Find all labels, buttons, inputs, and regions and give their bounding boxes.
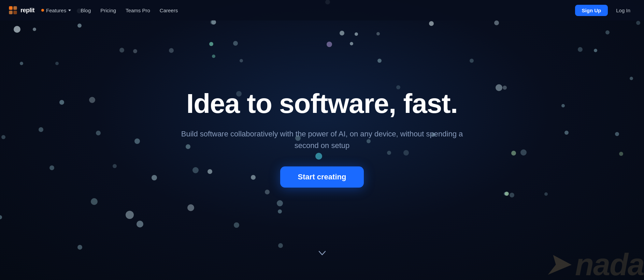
background-dot: [340, 31, 344, 35]
background-dot: [327, 42, 332, 47]
nav-item-careers[interactable]: Careers: [156, 5, 182, 15]
background-dot: [511, 151, 516, 156]
features-dot-icon: [41, 9, 44, 12]
background-dot: [504, 192, 509, 196]
background-dot: [265, 190, 270, 194]
navbar: replit Features Blog Pricing Teams Pro C…: [0, 0, 644, 20]
background-dot: [277, 200, 283, 206]
background-dot: [355, 32, 358, 36]
background-dot: [605, 30, 610, 34]
watermark: ➤ nada: [546, 249, 644, 280]
background-dot: [77, 245, 82, 250]
background-dot: [630, 77, 633, 80]
background-dot: [615, 132, 619, 136]
background-dot: [212, 55, 215, 58]
background-dot: [503, 86, 507, 90]
background-dot: [594, 49, 597, 52]
background-dot: [350, 42, 353, 45]
background-dot: [619, 152, 623, 156]
background-dot: [564, 131, 569, 135]
nav-links: Features Blog Pricing Teams Pro Careers: [37, 5, 575, 15]
background-dot: [233, 41, 238, 46]
background-dot: [187, 204, 194, 211]
background-dot: [39, 127, 43, 132]
svg-rect-0: [9, 6, 12, 10]
background-dot: [89, 97, 95, 103]
hero-section: replit Features Blog Pricing Teams Pro C…: [0, 0, 644, 280]
background-dot: [496, 84, 502, 91]
background-dot: [376, 32, 380, 35]
background-dot: [126, 211, 134, 219]
hero-content: Idea to software, fast. Build software c…: [169, 89, 476, 188]
background-dot: [133, 49, 137, 53]
background-dot: [578, 47, 583, 52]
scroll-down-arrow[interactable]: [318, 249, 327, 260]
chevron-down-icon: [68, 10, 71, 11]
replit-logo-icon: [8, 5, 18, 15]
background-dot: [33, 28, 36, 31]
background-dot: [77, 24, 82, 28]
background-dot: [544, 192, 548, 196]
background-dot: [119, 48, 124, 53]
logo-text: replit: [20, 7, 34, 14]
nav-item-teams-pro[interactable]: Teams Pro: [121, 5, 154, 15]
background-dot: [561, 104, 565, 107]
background-dot: [59, 100, 64, 105]
background-dot: [210, 20, 215, 25]
background-dot: [209, 42, 213, 46]
background-dot: [134, 138, 140, 144]
background-dot: [504, 192, 507, 195]
background-dot: [636, 21, 640, 25]
svg-rect-3: [13, 11, 17, 14]
background-dot: [0, 215, 2, 219]
nav-item-features[interactable]: Features: [37, 5, 75, 15]
background-dot: [240, 59, 243, 62]
background-dot: [494, 20, 499, 25]
background-dot: [278, 243, 283, 248]
nav-item-blog[interactable]: Blog: [76, 5, 95, 15]
login-button[interactable]: Log In: [611, 5, 636, 16]
background-dot: [520, 149, 527, 156]
background-dot: [14, 26, 20, 33]
background-dot: [55, 62, 59, 65]
background-dot: [510, 193, 514, 197]
watermark-arrow-icon: ➤: [546, 251, 568, 278]
svg-rect-1: [13, 6, 17, 10]
nav-item-pricing[interactable]: Pricing: [96, 5, 120, 15]
background-dot: [429, 21, 434, 26]
background-dot: [137, 221, 143, 227]
background-dot: [505, 192, 509, 196]
svg-rect-2: [9, 11, 12, 14]
background-dot: [470, 59, 474, 63]
hero-title: Idea to software, fast.: [169, 89, 476, 119]
features-label: Features: [46, 8, 66, 13]
watermark-text: nada: [575, 249, 644, 280]
background-dot: [211, 20, 216, 25]
background-dot: [169, 48, 174, 53]
background-dot: [91, 198, 98, 205]
background-dot: [96, 131, 101, 135]
background-dot: [20, 62, 23, 65]
nav-right: Sign Up Log In: [575, 5, 636, 16]
background-dot: [377, 59, 382, 63]
background-dot: [234, 222, 239, 228]
background-dot: [49, 165, 54, 170]
signup-button[interactable]: Sign Up: [575, 5, 608, 16]
background-dot: [278, 209, 282, 213]
background-dot: [152, 175, 157, 180]
start-creating-button[interactable]: Start creating: [280, 166, 364, 188]
background-dot: [113, 164, 117, 168]
hero-subtitle: Build software collaboratively with the …: [169, 128, 476, 151]
logo-link[interactable]: replit: [8, 5, 34, 15]
background-dot: [1, 135, 5, 139]
